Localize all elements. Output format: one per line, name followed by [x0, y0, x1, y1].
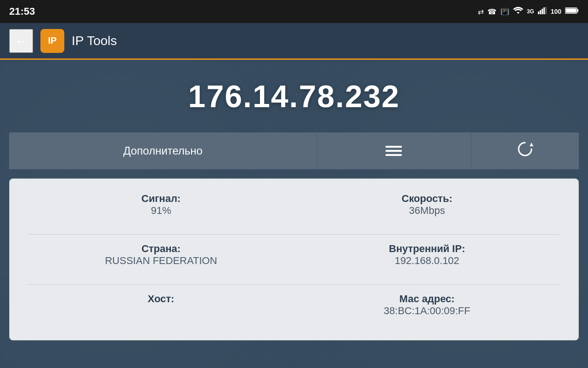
speed-label: Скорость:: [294, 193, 560, 205]
host-label: Хост:: [28, 293, 294, 305]
svg-rect-4: [545, 7, 547, 14]
internal-ip-value: 192.168.0.102: [294, 255, 560, 267]
divider-1: [28, 234, 294, 235]
svg-rect-2: [542, 9, 543, 14]
actions-row: Дополнительно: [9, 132, 579, 169]
svg-rect-7: [566, 9, 577, 13]
speed-section: Скорость: 36Mbps: [294, 193, 560, 217]
mac-value: 38:BC:1A:00:09:FF: [294, 305, 560, 317]
ip-address-display: 176.14.78.232: [188, 78, 400, 114]
main-content: 176.14.78.232 Дополнительно Сигнал:: [0, 60, 588, 368]
country-section: Страна: RUSSIAN FEDERATION: [28, 243, 294, 267]
internal-ip-section: Внутренний IP: 192.168.0.102: [294, 243, 560, 267]
svg-rect-6: [577, 9, 578, 12]
signal-section: Сигнал: 91%: [28, 193, 294, 217]
menu-button[interactable]: [317, 132, 471, 169]
mac-label: Мас адрес:: [294, 293, 560, 305]
svg-rect-0: [538, 12, 539, 14]
vibrate-icon: 📳: [500, 7, 509, 16]
signal-bars-icon: [538, 7, 547, 16]
svg-rect-3: [543, 7, 545, 14]
refresh-icon: [516, 140, 534, 162]
speed-value: 36Mbps: [294, 205, 560, 217]
additional-button[interactable]: Дополнительно: [9, 132, 317, 169]
status-time: 21:53: [9, 6, 35, 17]
divider-4: [294, 284, 560, 285]
host-section: Хост:: [28, 293, 294, 305]
info-grid: Сигнал: 91% Страна: RUSSIAN FEDERATION Х…: [28, 193, 560, 326]
signal-value: 91%: [28, 205, 294, 217]
mac-section: Мас адрес: 38:BC:1A:00:09:FF: [294, 293, 560, 317]
internal-ip-label: Внутренний IP:: [294, 243, 560, 255]
signal-3g-icon: 3G: [527, 8, 534, 15]
info-card: Сигнал: 91% Страна: RUSSIAN FEDERATION Х…: [9, 178, 579, 340]
refresh-button[interactable]: [471, 132, 579, 169]
status-bar: 21:53 ⇄ ☎ 📳 3G 100: [0, 0, 588, 23]
status-icons: ⇄ ☎ 📳 3G 100: [478, 6, 579, 17]
country-value: RUSSIAN FEDERATION: [28, 255, 294, 267]
wifi-icon: [513, 6, 523, 17]
back-button[interactable]: ←: [9, 29, 33, 53]
phone-icon: ☎: [487, 7, 497, 16]
app-title: IP Tools: [72, 34, 117, 48]
battery-icon: [565, 7, 579, 16]
info-right: Скорость: 36Mbps Внутренний IP: 192.168.…: [294, 193, 560, 326]
divider-3: [294, 234, 560, 235]
signal-label: Сигнал:: [28, 193, 294, 205]
app-bar: ← IP IP Tools: [0, 23, 588, 60]
divider-2: [28, 284, 294, 285]
info-left: Сигнал: 91% Страна: RUSSIAN FEDERATION Х…: [28, 193, 294, 326]
svg-rect-1: [540, 10, 541, 14]
usb-icon: ⇄: [478, 7, 484, 16]
app-logo: IP: [40, 29, 64, 53]
hamburger-icon: [385, 146, 402, 156]
battery-percent: 100: [551, 8, 561, 15]
country-label: Страна:: [28, 243, 294, 255]
